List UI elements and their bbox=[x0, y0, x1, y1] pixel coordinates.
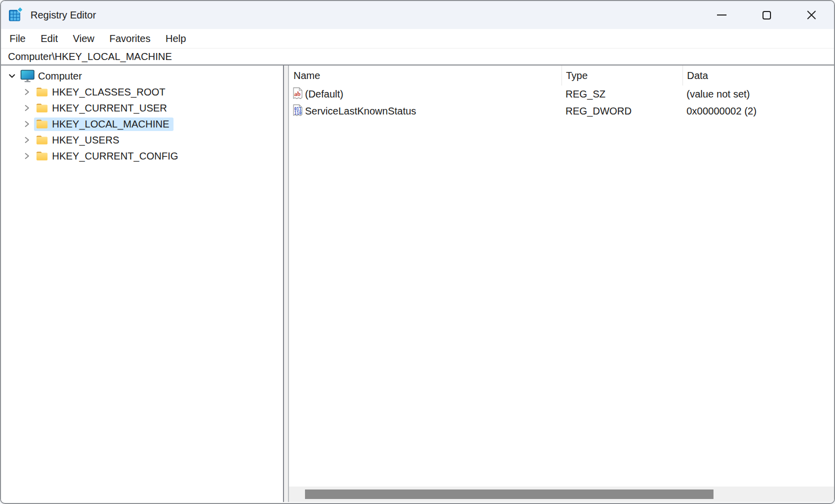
chevron-right-icon[interactable] bbox=[22, 86, 32, 98]
window-title: Registry Editor bbox=[30, 10, 96, 21]
value-name: ServiceLastKnownStatus bbox=[305, 106, 416, 117]
scrollbar-thumb[interactable] bbox=[305, 490, 714, 499]
string-value-icon: ab bbox=[292, 87, 304, 101]
svg-text:ab: ab bbox=[294, 90, 301, 98]
column-header-data[interactable]: Data bbox=[682, 66, 834, 86]
chevron-right-icon[interactable] bbox=[22, 102, 32, 114]
folder-icon bbox=[36, 118, 48, 130]
tree-node-label: HKEY_CLASSES_ROOT bbox=[52, 86, 166, 98]
registry-editor-app-icon bbox=[8, 8, 23, 22]
folder-icon bbox=[36, 150, 48, 162]
svg-text:110: 110 bbox=[294, 111, 302, 116]
value-data: 0x00000002 (2) bbox=[686, 106, 756, 117]
close-icon bbox=[806, 10, 816, 20]
column-header-name[interactable]: Name bbox=[289, 66, 562, 86]
chevron-right-icon[interactable] bbox=[22, 118, 32, 130]
registry-value-row-servicelastknownstatus[interactable]: 011 110 ServiceLastKnownStatus REG_DWORD… bbox=[289, 102, 834, 120]
value-type: REG_SZ bbox=[566, 88, 606, 100]
folder-icon bbox=[36, 102, 48, 114]
tree-node-hkey-users[interactable]: HKEY_USERS bbox=[1, 132, 283, 148]
tree-node-label: HKEY_CURRENT_CONFIG bbox=[52, 150, 178, 162]
tree-node-hkey-current-config[interactable]: HKEY_CURRENT_CONFIG bbox=[1, 148, 283, 164]
tree-node-hkey-classes-root[interactable]: HKEY_CLASSES_ROOT bbox=[1, 84, 283, 100]
tree-node-target[interactable]: HKEY_CURRENT_USER bbox=[34, 102, 171, 115]
value-type: REG_DWORD bbox=[566, 106, 632, 117]
folder-icon bbox=[36, 134, 48, 146]
registry-editor-window: Registry Editor File Edit View Favorites… bbox=[0, 0, 835, 504]
chevron-down-icon[interactable] bbox=[7, 70, 17, 82]
tree-node-target[interactable]: HKEY_CLASSES_ROOT bbox=[34, 86, 170, 99]
menu-item-view[interactable]: View bbox=[66, 33, 102, 44]
minimize-icon bbox=[717, 14, 726, 16]
registry-values-pane: Name Type Data ab (Default) REG_SZ (valu… bbox=[289, 66, 834, 502]
maximize-icon bbox=[762, 11, 771, 20]
content-area: Computer HKEY_CLASSES_ROOT bbox=[1, 64, 834, 502]
maximize-button[interactable] bbox=[744, 1, 789, 29]
chevron-right-icon[interactable] bbox=[22, 134, 32, 146]
folder-icon bbox=[36, 86, 48, 98]
address-bar bbox=[1, 48, 834, 64]
tree-node-label: HKEY_USERS bbox=[52, 134, 120, 146]
menu-item-file[interactable]: File bbox=[2, 33, 33, 44]
registry-value-row-default[interactable]: ab (Default) REG_SZ (value not set) bbox=[289, 86, 834, 102]
tree-node-computer-target[interactable]: Computer bbox=[19, 68, 86, 84]
tree-node-hkey-local-machine[interactable]: HKEY_LOCAL_MACHINE bbox=[1, 116, 283, 132]
pane-splitter[interactable] bbox=[283, 66, 289, 502]
tree-node-target-selected[interactable]: HKEY_LOCAL_MACHINE bbox=[34, 118, 174, 131]
tree-node-label: HKEY_LOCAL_MACHINE bbox=[52, 118, 170, 130]
tree-node-label: HKEY_CURRENT_USER bbox=[52, 102, 167, 114]
menubar: File Edit View Favorites Help bbox=[1, 29, 834, 48]
tree-node-target[interactable]: HKEY_CURRENT_CONFIG bbox=[34, 150, 182, 163]
value-name: (Default) bbox=[305, 88, 344, 100]
horizontal-scrollbar[interactable] bbox=[289, 486, 834, 502]
chevron-right-icon[interactable] bbox=[22, 150, 32, 162]
column-header-type[interactable]: Type bbox=[562, 66, 682, 86]
menu-item-edit[interactable]: Edit bbox=[33, 33, 65, 44]
computer-icon bbox=[20, 70, 34, 82]
minimize-button[interactable] bbox=[699, 1, 744, 29]
tree-node-label: Computer bbox=[38, 70, 82, 82]
tree-node-target[interactable]: HKEY_USERS bbox=[34, 134, 124, 147]
menu-item-help[interactable]: Help bbox=[158, 33, 194, 44]
address-bar-input[interactable] bbox=[1, 51, 834, 62]
close-button[interactable] bbox=[789, 1, 834, 29]
list-header: Name Type Data bbox=[289, 66, 834, 86]
registry-tree-pane: Computer HKEY_CLASSES_ROOT bbox=[1, 66, 283, 502]
menu-item-favorites[interactable]: Favorites bbox=[102, 33, 158, 44]
titlebar: Registry Editor bbox=[1, 1, 834, 29]
tree-node-hkey-current-user[interactable]: HKEY_CURRENT_USER bbox=[1, 100, 283, 116]
dword-value-icon: 011 110 bbox=[292, 104, 304, 118]
tree-node-computer[interactable]: Computer bbox=[1, 68, 283, 84]
value-data: (value not set) bbox=[686, 88, 750, 100]
caption-controls bbox=[699, 1, 834, 29]
